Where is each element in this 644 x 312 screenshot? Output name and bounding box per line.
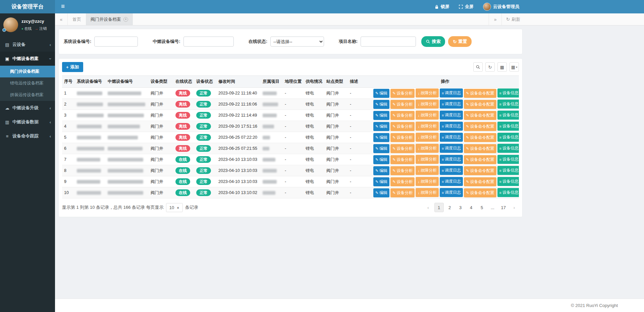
device-info-button[interactable]: ≡设备信息 [497, 155, 519, 164]
device-command-config-button[interactable]: ✎设备命令配置 [464, 133, 496, 142]
edit-button[interactable]: ✎编辑 [373, 155, 389, 164]
device-analysis-button[interactable]: ✎设备分析 [390, 188, 415, 197]
page-button[interactable]: 17 [499, 203, 508, 212]
device-analysis-button[interactable]: ✎设备分析 [390, 155, 415, 164]
edit-button[interactable]: ✎编辑 [373, 122, 389, 131]
fullscreen-button[interactable]: 全屏 [459, 4, 474, 10]
edit-button[interactable]: ✎编辑 [373, 133, 389, 142]
lock-screen-button[interactable]: 锁屏 [435, 4, 449, 10]
device-analysis-button[interactable]: ✎设备分析 [390, 166, 415, 175]
fault-analysis-button[interactable]: ↓故障分析 [416, 144, 439, 153]
device-info-button[interactable]: ≡设备信息 [497, 122, 519, 131]
edit-button[interactable]: ✎编辑 [373, 177, 389, 186]
device-info-button[interactable]: ≡设备信息 [497, 111, 519, 120]
device-info-button[interactable]: ≡设备信息 [497, 100, 519, 109]
sidebar-item-cn-device-archive[interactable]: ▣ 中燃设备档案 › [0, 52, 55, 66]
dispatch-log-button[interactable]: ≡调度日志 [440, 166, 463, 175]
device-info-button[interactable]: ≡设备信息 [497, 188, 519, 197]
device-command-config-button[interactable]: ✎设备命令配置 [464, 166, 496, 175]
tab-home[interactable]: 首页 [68, 13, 86, 25]
sidebar-item-cn-device-upgrade[interactable]: ☁ 中燃设备升级 ‹ [0, 101, 55, 115]
cn-no-input[interactable] [183, 37, 234, 47]
page-button[interactable]: 5 [477, 203, 487, 212]
online-status-select[interactable]: --请选择-- [270, 37, 324, 47]
refresh-table-button[interactable]: ↻ [485, 62, 495, 72]
tabs-scroll-right-button[interactable]: » [489, 13, 501, 25]
next-page-button[interactable]: › [509, 203, 519, 212]
user-menu[interactable]: 云设备管理员 [483, 3, 519, 11]
sidebar-item-assembled-remote-archive[interactable]: 拼装远传设备档案 [0, 89, 55, 101]
fault-analysis-button[interactable]: ↓故障分析 [416, 155, 439, 164]
edit-button[interactable]: ✎编辑 [373, 144, 389, 153]
prev-page-button[interactable]: ‹ [424, 203, 433, 212]
sidebar-item-device-command-track[interactable]: ≡ 设备命令跟踪 ‹ [0, 129, 55, 143]
dispatch-log-button[interactable]: ≡调度日志 [440, 155, 463, 164]
system-no-input[interactable] [94, 37, 138, 47]
fault-analysis-button[interactable]: ↓故障分析 [416, 88, 439, 98]
reset-button[interactable]: ↻ 重置 [448, 36, 472, 47]
device-command-config-button[interactable]: ✎设备命令配置 [464, 89, 496, 98]
refresh-tab-button[interactable]: ↻ 刷新 [501, 13, 525, 25]
sidebar-avatar[interactable] [3, 17, 18, 32]
dispatch-log-button[interactable]: ≡调度日志 [440, 177, 463, 186]
edit-button[interactable]: ✎编辑 [373, 100, 389, 109]
edit-button[interactable]: ✎编辑 [373, 111, 389, 120]
dispatch-log-button[interactable]: ≡调度日志 [440, 144, 463, 153]
sidebar-toggle-icon[interactable]: ≡ [61, 0, 65, 13]
dispatch-log-button[interactable]: ≡调度日志 [440, 122, 463, 131]
device-info-button[interactable]: ≡设备信息 [497, 144, 519, 153]
dispatch-log-button[interactable]: ≡调度日志 [440, 88, 463, 98]
device-command-config-button[interactable]: ✎设备命令配置 [464, 144, 496, 153]
fault-analysis-button[interactable]: ↓故障分析 [416, 100, 439, 109]
edit-button[interactable]: ✎编辑 [373, 188, 389, 197]
device-analysis-button[interactable]: ✎设备分析 [390, 144, 415, 153]
toggle-view-button[interactable]: ▩ [497, 62, 507, 72]
device-analysis-button[interactable]: ✎设备分析 [390, 133, 415, 142]
dispatch-log-button[interactable]: ≡调度日志 [440, 100, 463, 109]
device-info-button[interactable]: ≡设备信息 [497, 133, 519, 142]
columns-dropdown-button[interactable]: ▦▾ [509, 62, 519, 72]
add-button[interactable]: + 添加 [62, 62, 83, 72]
edit-button[interactable]: ✎编辑 [373, 89, 389, 98]
device-command-config-button[interactable]: ✎设备命令配置 [464, 188, 496, 197]
fault-analysis-button[interactable]: ↓故障分析 [416, 122, 439, 131]
page-button[interactable]: ... [488, 203, 497, 212]
device-command-config-button[interactable]: ✎设备命令配置 [464, 111, 496, 120]
device-analysis-button[interactable]: ✎设备分析 [390, 111, 415, 120]
fault-analysis-button[interactable]: ↓故障分析 [416, 177, 439, 186]
dispatch-log-button[interactable]: ≡调度日志 [440, 188, 463, 197]
page-button[interactable]: 2 [445, 203, 454, 212]
fault-analysis-button[interactable]: ↓故障分析 [416, 111, 439, 120]
page-size-dropdown[interactable]: 10 ▲ [166, 203, 183, 212]
device-command-config-button[interactable]: ✎设备命令配置 [464, 155, 496, 164]
device-analysis-button[interactable]: ✎设备分析 [390, 100, 415, 109]
fault-analysis-button[interactable]: ↓故障分析 [416, 166, 439, 175]
search-button[interactable]: 搜索 [421, 36, 445, 47]
device-command-config-button[interactable]: ✎设备命令配置 [464, 100, 496, 109]
device-command-config-button[interactable]: ✎设备命令配置 [464, 177, 496, 186]
toggle-search-button[interactable] [473, 62, 483, 72]
device-analysis-button[interactable]: ✎设备分析 [390, 122, 415, 131]
dispatch-log-button[interactable]: ≡调度日志 [440, 133, 463, 142]
device-command-config-button[interactable]: ✎设备命令配置 [464, 122, 496, 131]
sidebar-item-cn-device-data[interactable]: ▥ 中燃设备数据 ‹ [0, 115, 55, 129]
fault-analysis-button[interactable]: ↓故障分析 [416, 188, 439, 197]
sidebar-item-valve-well-archive[interactable]: 阀门井设备档案 [0, 66, 55, 77]
dispatch-log-button[interactable]: ≡调度日志 [440, 111, 463, 120]
device-analysis-button[interactable]: ✎设备分析 [390, 89, 415, 98]
device-info-button[interactable]: ≡设备信息 [497, 88, 519, 98]
edit-button[interactable]: ✎编辑 [373, 166, 389, 175]
device-info-button[interactable]: ≡设备信息 [497, 166, 519, 175]
device-info-button[interactable]: ≡设备信息 [497, 177, 519, 186]
logout-link[interactable]: → 注销 [35, 26, 47, 31]
device-analysis-button[interactable]: ✎设备分析 [390, 177, 415, 186]
page-button[interactable]: 1 [434, 203, 444, 212]
tabs-scroll-left-button[interactable]: « [55, 13, 68, 25]
page-button[interactable]: 3 [456, 203, 465, 212]
sidebar-item-lithium-remote-archive[interactable]: 锂电远传设备档案 [0, 77, 55, 89]
close-tab-icon[interactable]: × [123, 17, 128, 22]
fault-analysis-button[interactable]: ↓故障分析 [416, 133, 439, 142]
project-name-input[interactable] [361, 37, 416, 47]
page-button[interactable]: 4 [467, 203, 476, 212]
tab-valve-well-archive[interactable]: 阀门井设备档案 × [86, 13, 133, 25]
